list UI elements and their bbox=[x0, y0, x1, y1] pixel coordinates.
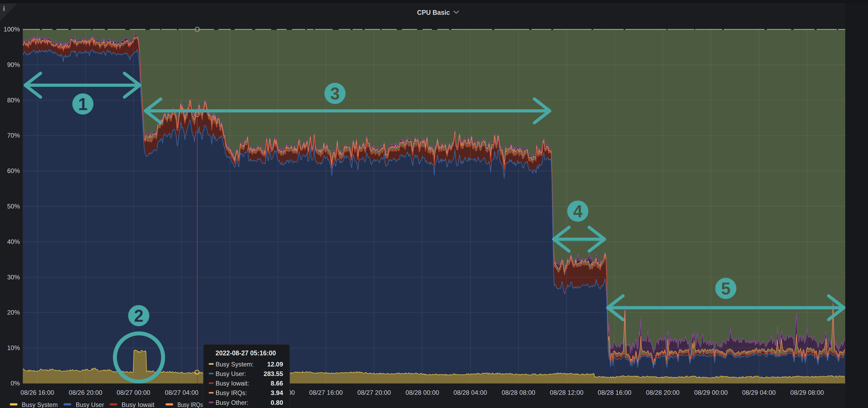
svg-text:90%: 90% bbox=[7, 61, 20, 68]
svg-text:10%: 10% bbox=[7, 344, 20, 351]
svg-text:Busy System: Busy System bbox=[22, 401, 58, 408]
svg-text:2022-08-27 05:16:00: 2022-08-27 05:16:00 bbox=[216, 349, 276, 357]
svg-text:Busy Other:: Busy Other: bbox=[216, 399, 248, 406]
svg-text:0.80: 0.80 bbox=[271, 399, 283, 406]
svg-text:100%: 100% bbox=[4, 26, 20, 33]
svg-text:08/26 16:00: 08/26 16:00 bbox=[21, 389, 54, 396]
svg-text:08/27 00:00: 08/27 00:00 bbox=[117, 389, 150, 396]
svg-text:30%: 30% bbox=[7, 274, 20, 281]
svg-text:08/27 20:00: 08/27 20:00 bbox=[358, 389, 391, 396]
svg-text:08/29 04:00: 08/29 04:00 bbox=[742, 389, 776, 396]
svg-text:08/28 16:00: 08/28 16:00 bbox=[598, 389, 631, 396]
svg-text:40%: 40% bbox=[7, 238, 20, 245]
svg-text:Busy IRQs: Busy IRQs bbox=[178, 401, 203, 408]
svg-text:CPU Basic: CPU Basic bbox=[417, 8, 450, 16]
svg-text:12.09: 12.09 bbox=[267, 361, 283, 368]
svg-text:Busy User: Busy User bbox=[76, 401, 104, 408]
svg-text:08/27 16:00: 08/27 16:00 bbox=[309, 389, 343, 396]
svg-text:Busy Iowait: Busy Iowait bbox=[122, 401, 154, 408]
svg-text:Busy IRQs:: Busy IRQs: bbox=[216, 389, 247, 396]
svg-text:1: 1 bbox=[78, 95, 88, 114]
svg-text:i: i bbox=[3, 4, 5, 12]
svg-text:50%: 50% bbox=[7, 203, 20, 210]
svg-text:08/28 08:00: 08/28 08:00 bbox=[502, 389, 535, 396]
svg-text:4: 4 bbox=[573, 202, 583, 221]
svg-text:Busy User:: Busy User: bbox=[216, 370, 246, 377]
svg-text:08/29 00:00: 08/29 00:00 bbox=[694, 389, 728, 396]
svg-text:8.66: 8.66 bbox=[271, 380, 283, 387]
svg-text:2: 2 bbox=[134, 306, 144, 326]
svg-text:08/28 20:00: 08/28 20:00 bbox=[646, 389, 680, 396]
svg-text:08/28 12:00: 08/28 12:00 bbox=[550, 389, 584, 396]
svg-text:80%: 80% bbox=[7, 97, 20, 104]
svg-text:Busy System:: Busy System: bbox=[216, 361, 254, 368]
svg-text:08/29 08:00: 08/29 08:00 bbox=[790, 389, 824, 396]
svg-text:08/26 20:00: 08/26 20:00 bbox=[69, 389, 102, 396]
svg-text:08/28 04:00: 08/28 04:00 bbox=[454, 389, 487, 396]
svg-text:Busy Iowait:: Busy Iowait: bbox=[216, 380, 249, 387]
svg-text:283.55: 283.55 bbox=[264, 370, 283, 377]
svg-text:3.94: 3.94 bbox=[271, 389, 283, 396]
svg-text:70%: 70% bbox=[7, 132, 20, 139]
svg-text:20%: 20% bbox=[7, 309, 20, 316]
svg-text:08/28 00:00: 08/28 00:00 bbox=[406, 389, 439, 396]
svg-text:60%: 60% bbox=[7, 167, 20, 174]
svg-text:0%: 0% bbox=[10, 380, 20, 387]
svg-text:08/27 04:00: 08/27 04:00 bbox=[165, 389, 198, 396]
svg-text:3: 3 bbox=[330, 84, 340, 103]
svg-text:5: 5 bbox=[721, 279, 731, 298]
